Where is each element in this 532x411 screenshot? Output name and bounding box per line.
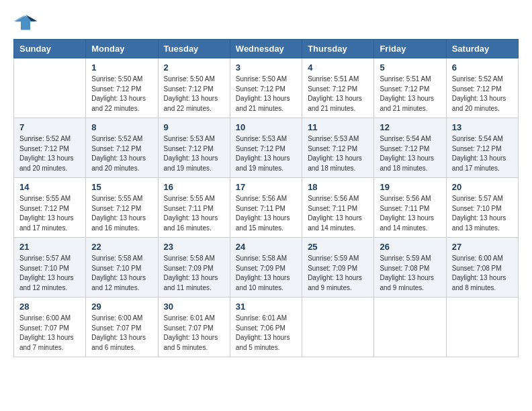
day-number: 10 (236, 122, 296, 132)
calendar-cell: 25Sunrise: 5:59 AMSunset: 7:09 PMDayligh… (302, 238, 374, 298)
weekday-header-cell: Thursday (302, 40, 374, 58)
day-number: 23 (164, 242, 224, 252)
day-number: 28 (19, 302, 80, 312)
calendar-cell: 9Sunrise: 5:53 AMSunset: 7:12 PMDaylight… (158, 118, 230, 178)
day-info: Sunrise: 5:56 AMSunset: 7:11 PMDaylight:… (380, 194, 440, 233)
day-info: Sunrise: 5:53 AMSunset: 7:12 PMDaylight:… (236, 134, 296, 173)
day-info: Sunrise: 5:50 AMSunset: 7:12 PMDaylight:… (236, 75, 296, 113)
day-info: Sunrise: 5:55 AMSunset: 7:11 PMDaylight:… (164, 194, 224, 233)
logo (13, 13, 42, 32)
day-info: Sunrise: 5:53 AMSunset: 7:12 PMDaylight:… (308, 134, 368, 173)
day-info: Sunrise: 5:56 AMSunset: 7:11 PMDaylight:… (236, 194, 296, 233)
day-info: Sunrise: 5:58 AMSunset: 7:09 PMDaylight:… (236, 254, 296, 293)
calendar-cell: 15Sunrise: 5:55 AMSunset: 7:12 PMDayligh… (86, 178, 158, 238)
day-number: 13 (452, 122, 513, 132)
calendar-cell (302, 298, 374, 357)
calendar-week-row: 14Sunrise: 5:55 AMSunset: 7:12 PMDayligh… (14, 178, 519, 238)
calendar-cell: 26Sunrise: 5:59 AMSunset: 7:08 PMDayligh… (374, 238, 446, 298)
day-number: 25 (308, 242, 368, 252)
day-info: Sunrise: 5:51 AMSunset: 7:12 PMDaylight:… (380, 75, 440, 113)
calendar-cell (14, 58, 86, 118)
day-info: Sunrise: 5:55 AMSunset: 7:12 PMDaylight:… (91, 194, 152, 233)
day-info: Sunrise: 5:50 AMSunset: 7:12 PMDaylight:… (91, 75, 152, 113)
calendar-cell: 5Sunrise: 5:51 AMSunset: 7:12 PMDaylight… (374, 58, 446, 118)
calendar-cell (374, 298, 446, 357)
day-number: 2 (164, 62, 224, 73)
day-number: 4 (308, 62, 368, 73)
day-number: 30 (164, 302, 224, 312)
calendar-cell: 24Sunrise: 5:58 AMSunset: 7:09 PMDayligh… (230, 238, 302, 298)
day-number: 6 (452, 62, 513, 73)
weekday-header-cell: Friday (374, 40, 446, 58)
day-info: Sunrise: 6:00 AMSunset: 7:07 PMDaylight:… (19, 314, 80, 353)
day-number: 15 (91, 182, 152, 192)
day-info: Sunrise: 5:52 AMSunset: 7:12 PMDaylight:… (91, 134, 152, 173)
calendar-cell: 11Sunrise: 5:53 AMSunset: 7:12 PMDayligh… (302, 118, 374, 178)
day-number: 27 (452, 242, 513, 252)
day-number: 14 (19, 182, 80, 192)
day-info: Sunrise: 5:54 AMSunset: 7:12 PMDaylight:… (452, 134, 513, 173)
logo-icon (13, 13, 38, 32)
day-info: Sunrise: 6:00 AMSunset: 7:07 PMDaylight:… (91, 314, 152, 353)
day-info: Sunrise: 6:01 AMSunset: 7:06 PMDaylight:… (236, 314, 296, 353)
day-info: Sunrise: 5:59 AMSunset: 7:09 PMDaylight:… (308, 254, 368, 293)
day-info: Sunrise: 5:57 AMSunset: 7:10 PMDaylight:… (19, 254, 80, 293)
day-number: 29 (91, 302, 152, 312)
weekday-header-cell: Monday (86, 40, 158, 58)
weekday-header-cell: Sunday (14, 40, 86, 58)
calendar-cell: 17Sunrise: 5:56 AMSunset: 7:11 PMDayligh… (230, 178, 302, 238)
day-info: Sunrise: 5:57 AMSunset: 7:10 PMDaylight:… (452, 194, 513, 233)
day-info: Sunrise: 5:54 AMSunset: 7:12 PMDaylight:… (380, 134, 440, 173)
day-info: Sunrise: 5:55 AMSunset: 7:12 PMDaylight:… (19, 194, 80, 233)
day-number: 16 (164, 182, 224, 192)
calendar-cell (446, 298, 518, 357)
calendar-cell: 30Sunrise: 6:01 AMSunset: 7:07 PMDayligh… (158, 298, 230, 357)
calendar-body: 1Sunrise: 5:50 AMSunset: 7:12 PMDaylight… (14, 58, 519, 357)
day-number: 5 (380, 62, 440, 73)
calendar-cell: 8Sunrise: 5:52 AMSunset: 7:12 PMDaylight… (86, 118, 158, 178)
calendar-cell: 10Sunrise: 5:53 AMSunset: 7:12 PMDayligh… (230, 118, 302, 178)
day-number: 24 (236, 242, 296, 252)
calendar-cell: 31Sunrise: 6:01 AMSunset: 7:06 PMDayligh… (230, 298, 302, 357)
calendar-cell: 28Sunrise: 6:00 AMSunset: 7:07 PMDayligh… (14, 298, 86, 357)
weekday-header-cell: Wednesday (230, 40, 302, 58)
calendar-cell: 1Sunrise: 5:50 AMSunset: 7:12 PMDaylight… (86, 58, 158, 118)
svg-marker-0 (15, 16, 36, 30)
calendar-week-row: 28Sunrise: 6:00 AMSunset: 7:07 PMDayligh… (14, 298, 519, 357)
day-number: 9 (164, 122, 224, 132)
calendar-cell: 14Sunrise: 5:55 AMSunset: 7:12 PMDayligh… (14, 178, 86, 238)
calendar-cell: 18Sunrise: 5:56 AMSunset: 7:11 PMDayligh… (302, 178, 374, 238)
day-number: 8 (91, 122, 152, 132)
day-info: Sunrise: 5:58 AMSunset: 7:09 PMDaylight:… (164, 254, 224, 293)
day-number: 26 (380, 242, 440, 252)
day-number: 11 (308, 122, 368, 132)
day-info: Sunrise: 5:56 AMSunset: 7:11 PMDaylight:… (308, 194, 368, 233)
calendar-cell: 6Sunrise: 5:52 AMSunset: 7:12 PMDaylight… (446, 58, 518, 118)
day-number: 17 (236, 182, 296, 192)
day-number: 18 (308, 182, 368, 192)
day-number: 3 (236, 62, 296, 73)
day-info: Sunrise: 5:52 AMSunset: 7:12 PMDaylight:… (19, 134, 80, 173)
calendar-cell: 12Sunrise: 5:54 AMSunset: 7:12 PMDayligh… (374, 118, 446, 178)
weekday-header-cell: Saturday (446, 40, 518, 58)
day-info: Sunrise: 6:00 AMSunset: 7:08 PMDaylight:… (452, 254, 513, 293)
calendar-cell: 19Sunrise: 5:56 AMSunset: 7:11 PMDayligh… (374, 178, 446, 238)
calendar-cell: 4Sunrise: 5:51 AMSunset: 7:12 PMDaylight… (302, 58, 374, 118)
calendar-cell: 21Sunrise: 5:57 AMSunset: 7:10 PMDayligh… (14, 238, 86, 298)
day-number: 20 (452, 182, 513, 192)
day-number: 21 (19, 242, 80, 252)
calendar-cell: 7Sunrise: 5:52 AMSunset: 7:12 PMDaylight… (14, 118, 86, 178)
calendar-cell: 20Sunrise: 5:57 AMSunset: 7:10 PMDayligh… (446, 178, 518, 238)
day-number: 12 (380, 122, 440, 132)
day-info: Sunrise: 6:01 AMSunset: 7:07 PMDaylight:… (164, 314, 224, 353)
day-info: Sunrise: 5:58 AMSunset: 7:10 PMDaylight:… (91, 254, 152, 293)
calendar-table: SundayMondayTuesdayWednesdayThursdayFrid… (13, 39, 519, 357)
weekday-header-row: SundayMondayTuesdayWednesdayThursdayFrid… (14, 40, 519, 58)
day-number: 7 (19, 122, 80, 132)
calendar-week-row: 21Sunrise: 5:57 AMSunset: 7:10 PMDayligh… (14, 238, 519, 298)
calendar-week-row: 1Sunrise: 5:50 AMSunset: 7:12 PMDaylight… (14, 58, 519, 118)
day-info: Sunrise: 5:50 AMSunset: 7:12 PMDaylight:… (164, 75, 224, 113)
day-number: 19 (380, 182, 440, 192)
calendar-cell: 2Sunrise: 5:50 AMSunset: 7:12 PMDaylight… (158, 58, 230, 118)
calendar-cell: 22Sunrise: 5:58 AMSunset: 7:10 PMDayligh… (86, 238, 158, 298)
